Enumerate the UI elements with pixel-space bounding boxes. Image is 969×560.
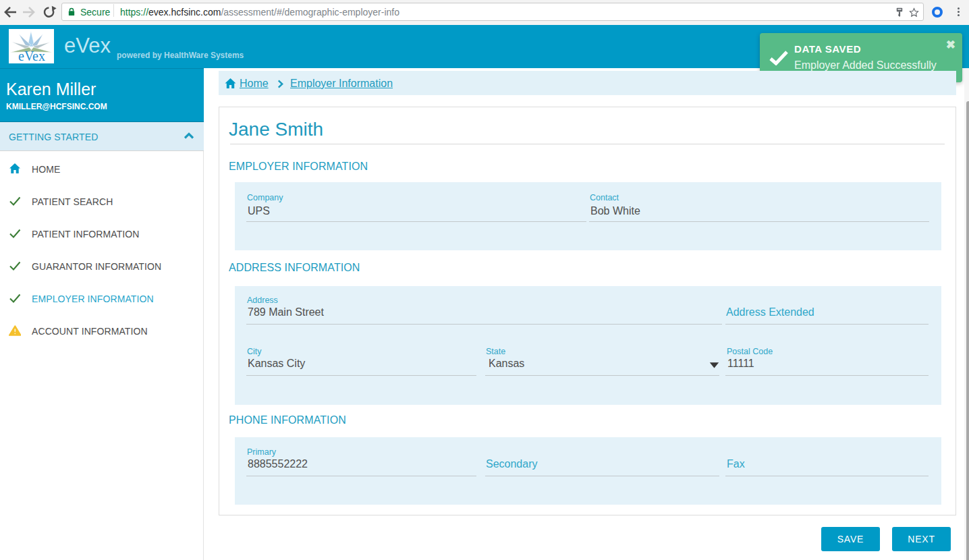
svg-text:eVex: eVex (18, 49, 45, 63)
